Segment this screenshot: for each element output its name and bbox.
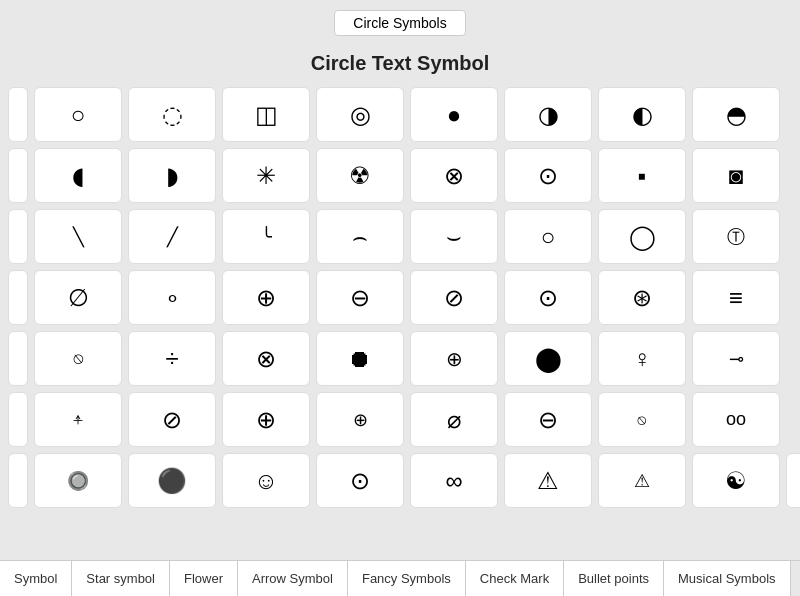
symbol-cell[interactable]: oo <box>692 392 780 447</box>
tab-flower[interactable]: Flower <box>170 561 238 596</box>
symbol-cell[interactable]: ⬤ <box>504 331 592 386</box>
symbol-cell[interactable]: ◎ <box>316 87 404 142</box>
tab-fancy-symbols[interactable]: Fancy Symbols <box>348 561 466 596</box>
tab-musical-symbols[interactable]: Musical Symbols <box>664 561 791 596</box>
symbol-cell[interactable]: ∅ <box>34 270 122 325</box>
symbol-cell[interactable]: ⊗ <box>222 331 310 386</box>
symbol-cell[interactable]: ╰ <box>222 209 310 264</box>
symbol-cell[interactable]: ╱ <box>128 209 216 264</box>
tab-arrow-symbol[interactable]: Arrow Symbol <box>238 561 348 596</box>
symbol-row-2: ◖ ◗ ✳ ☢ ⊗ ⊙ ▪ ◙ <box>4 148 796 203</box>
symbol-cell[interactable]: ○ <box>34 87 122 142</box>
symbol-cell[interactable]: ♀ <box>598 331 686 386</box>
tab-bullet-points[interactable]: Bullet points <box>564 561 664 596</box>
symbol-cell[interactable]: ☯ <box>692 453 780 508</box>
symbol-cell[interactable]: ∞ <box>410 453 498 508</box>
symbol-cell[interactable]: ◌ <box>128 87 216 142</box>
symbol-cell[interactable]: ⚠ <box>598 453 686 508</box>
symbol-cell[interactable]: ⊙ <box>504 270 592 325</box>
symbol-cell-partial[interactable] <box>8 392 28 447</box>
symbol-cell[interactable]: ◙ <box>692 148 780 203</box>
symbol-cell[interactable]: ⊙ <box>504 148 592 203</box>
symbol-cell[interactable]: ≡ <box>692 270 780 325</box>
circle-symbols-tab[interactable]: Circle Symbols <box>334 10 465 36</box>
symbol-cell[interactable]: ☮ <box>786 453 800 508</box>
symbol-row-7: 🔘 ⚫ ☺ ⊙ ∞ ⚠ ⚠ ☯ ☮ <box>4 453 796 508</box>
bottom-tab-bar: Symbol Star symbol Flower Arrow Symbol F… <box>0 560 800 596</box>
page-title: Circle Text Symbol <box>0 52 800 75</box>
symbols-grid: ○ ◌ ◫ ◎ ● ◑ ◐ ◓ ◖ ◗ ✳ ☢ ⊗ ⊙ ▪ ◙ ╲ ╱ ╰ ⌢ <box>0 87 800 508</box>
symbol-cell[interactable]: ⍉ <box>598 392 686 447</box>
symbol-cell[interactable]: ◗ <box>128 148 216 203</box>
tab-check-mark[interactable]: Check Mark <box>466 561 564 596</box>
symbol-cell[interactable]: ◯ <box>598 209 686 264</box>
symbol-cell[interactable]: ⊛ <box>598 270 686 325</box>
symbol-cell[interactable]: ÷ <box>128 331 216 386</box>
symbol-cell[interactable]: ⊗ <box>410 148 498 203</box>
symbol-cell[interactable]: ⍉ <box>34 331 122 386</box>
symbol-cell[interactable]: ╲ <box>34 209 122 264</box>
symbol-row-5: ⍉ ÷ ⊗ ⏺ ⊕ ⬤ ♀ ⊸ <box>4 331 796 386</box>
top-tab-bar: Circle Symbols <box>0 0 800 44</box>
symbol-cell[interactable]: ⍏ <box>34 392 122 447</box>
symbol-cell[interactable]: ⊸ <box>692 331 780 386</box>
symbol-cell[interactable]: ⊕ <box>222 270 310 325</box>
symbol-cell[interactable]: ∘ <box>128 270 216 325</box>
symbol-cell[interactable]: ○ <box>504 209 592 264</box>
symbol-cell[interactable]: ⊕ <box>316 392 404 447</box>
symbol-row-6: ⍏ ⊘ ⊕ ⊕ ⌀ ⊖ ⍉ oo <box>4 392 796 447</box>
symbol-cell[interactable]: ✳ <box>222 148 310 203</box>
symbol-cell[interactable]: ▪ <box>598 148 686 203</box>
symbol-row-4: ∅ ∘ ⊕ ⊖ ⊘ ⊙ ⊛ ≡ <box>4 270 796 325</box>
symbol-cell[interactable]: ⊖ <box>316 270 404 325</box>
symbol-cell-partial[interactable] <box>8 270 28 325</box>
symbol-cell-partial[interactable] <box>8 148 28 203</box>
symbol-cell[interactable]: ⊕ <box>222 392 310 447</box>
symbol-cell[interactable]: ⊘ <box>410 270 498 325</box>
symbol-cell[interactable]: ☢ <box>316 148 404 203</box>
symbol-cell[interactable]: ⊕ <box>410 331 498 386</box>
symbol-cell[interactable]: ⊖ <box>504 392 592 447</box>
symbol-cell[interactable]: ⊘ <box>128 392 216 447</box>
symbol-cell[interactable]: ◫ <box>222 87 310 142</box>
tab-star-symbol[interactable]: Star symbol <box>72 561 170 596</box>
symbol-cell[interactable]: ⚫ <box>128 453 216 508</box>
symbol-cell[interactable]: ⊙ <box>316 453 404 508</box>
symbol-cell[interactable]: ⚠ <box>504 453 592 508</box>
symbol-cell-partial[interactable] <box>8 331 28 386</box>
symbol-cell-partial[interactable] <box>8 209 28 264</box>
symbol-cell[interactable]: ☺ <box>222 453 310 508</box>
symbol-row-1: ○ ◌ ◫ ◎ ● ◑ ◐ ◓ <box>4 87 796 142</box>
symbol-cell[interactable]: ◓ <box>692 87 780 142</box>
symbol-cell[interactable]: ⌢ <box>316 209 404 264</box>
symbol-cell[interactable]: ⌀ <box>410 392 498 447</box>
symbol-cell-partial[interactable] <box>8 87 28 142</box>
symbol-cell[interactable]: Ⓣ <box>692 209 780 264</box>
symbol-cell[interactable]: ⌣ <box>410 209 498 264</box>
symbol-cell[interactable]: 🔘 <box>34 453 122 508</box>
symbol-cell[interactable]: ◐ <box>598 87 686 142</box>
symbol-cell[interactable]: ◑ <box>504 87 592 142</box>
symbol-cell[interactable]: ◖ <box>34 148 122 203</box>
symbol-cell[interactable]: ⏺ <box>316 331 404 386</box>
symbol-row-3: ╲ ╱ ╰ ⌢ ⌣ ○ ◯ Ⓣ <box>4 209 796 264</box>
tab-symbol[interactable]: Symbol <box>0 561 72 596</box>
symbol-cell[interactable]: ● <box>410 87 498 142</box>
symbol-cell-partial[interactable] <box>8 453 28 508</box>
